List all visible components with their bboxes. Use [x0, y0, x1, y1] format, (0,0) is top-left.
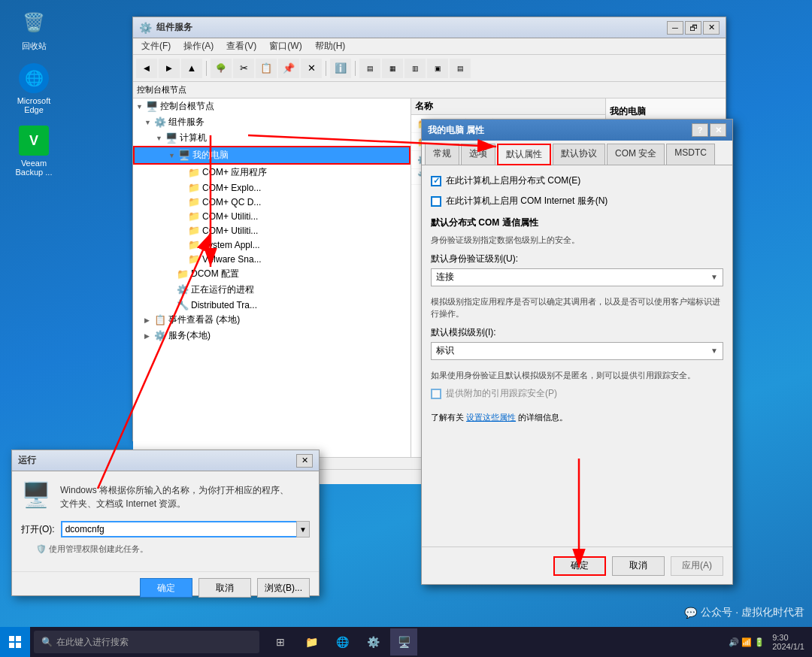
- list-header: 名称: [411, 98, 605, 115]
- dialog-titlebar: 我的电脑 属性 ? ✕: [422, 120, 732, 141]
- tree-event-viewer-label: 事件查看器 (本地): [168, 313, 240, 326]
- tree-com-apps[interactable]: 📁 COM+ 应用程序: [133, 165, 411, 180]
- restore-button[interactable]: 🗗: [685, 21, 701, 35]
- dialog-ok-button[interactable]: 确定: [553, 556, 606, 576]
- tree-computers-label: 计算机: [180, 132, 207, 144]
- watermark: 💬 公众号 · 虚拟化时代君: [684, 606, 804, 619]
- minimize-button[interactable]: ─: [667, 21, 683, 35]
- run-input[interactable]: [61, 521, 310, 537]
- toolbar-paste[interactable]: 📌: [278, 59, 299, 78]
- toolbar-cut[interactable]: ✂: [233, 59, 254, 78]
- task-view-button[interactable]: ⊞: [267, 628, 294, 655]
- toolbar-view3[interactable]: ▥: [404, 59, 426, 78]
- ref-security-checkbox[interactable]: [431, 389, 441, 399]
- up-button[interactable]: ▲: [181, 59, 202, 78]
- show-hide-tree[interactable]: 🌳: [211, 59, 232, 78]
- tree-comp-services[interactable]: ▼⚙️ 组件服务: [133, 114, 411, 130]
- toolbar-view4[interactable]: ▣: [427, 59, 448, 78]
- tree-system-appl[interactable]: 📁 System Appl...: [133, 238, 411, 252]
- desktop-icon-edge[interactable]: 🌐 Microsoft Edge: [8, 63, 60, 114]
- run-ok-button[interactable]: 确定: [140, 578, 192, 598]
- desktop-icons: 🗑️ 回收站 🌐 Microsoft Edge V Veeam Backup .…: [8, 8, 60, 177]
- dialog-cancel-button[interactable]: 取消: [612, 556, 665, 576]
- taskbar: 🔍 在此键入进行搜索 ⊞ 📁 🌐 ⚙️ 🖥️ 🔊 📶 🔋 9:302024/1/…: [0, 627, 812, 657]
- tree-root[interactable]: ▼🖥️ 控制台根节点: [133, 98, 411, 114]
- toolbar-view5[interactable]: ▤: [450, 59, 471, 78]
- tab-default-protocol[interactable]: 默认协议: [553, 144, 605, 165]
- run-browse-button[interactable]: 浏览(B)...: [257, 578, 310, 598]
- taskbar-search-box[interactable]: 🔍 在此键入进行搜索: [34, 631, 259, 653]
- settings-link[interactable]: 设置这些属性: [466, 413, 516, 422]
- tree-dcom[interactable]: 📁 DCOM 配置: [133, 266, 411, 282]
- active-window-taskbar[interactable]: 🖥️: [390, 628, 417, 655]
- menu-bar: 文件(F) 操作(A) 查看(V) 窗口(W) 帮助(H): [133, 38, 726, 55]
- tree-com-util2[interactable]: 📁 COM+ Utiliti...: [133, 223, 411, 238]
- menu-view[interactable]: 查看(V): [222, 38, 261, 54]
- menu-action[interactable]: 操作(A): [179, 38, 218, 54]
- window-close-button[interactable]: ✕: [703, 21, 720, 35]
- enable-dcom-label: 在此计算机上启用分布式 COM(E): [446, 174, 580, 187]
- back-button[interactable]: ◄: [136, 59, 157, 78]
- start-button[interactable]: [0, 627, 30, 657]
- settings-taskbar[interactable]: ⚙️: [359, 628, 386, 655]
- run-title-buttons: ✕: [296, 454, 313, 468]
- tree-services[interactable]: ▶⚙️ 服务(本地): [133, 328, 411, 344]
- forward-button[interactable]: ►: [159, 59, 180, 78]
- tree-com-qcd-label: COM+ QC D...: [202, 197, 261, 207]
- dialog-close-button[interactable]: ✕: [710, 123, 726, 137]
- file-explorer-taskbar[interactable]: 📁: [298, 628, 325, 655]
- tree-com-util1[interactable]: 📁 COM+ Utiliti...: [133, 209, 411, 223]
- more-info-suffix: 的详细信息。: [518, 413, 568, 422]
- edge-icon: 🌐: [19, 63, 49, 93]
- run-close-button[interactable]: ✕: [296, 454, 313, 468]
- dialog-footer: 确定 取消 应用(A): [422, 546, 732, 584]
- menu-file[interactable]: 文件(F): [137, 38, 175, 54]
- edge-taskbar[interactable]: 🌐: [329, 628, 356, 655]
- toolbar: ◄ ► ▲ 🌳 ✂ 📋 📌 ✕ ℹ️ ▤ ▦ ▥ ▣ ▤: [133, 55, 726, 82]
- auth-level-dropdown[interactable]: 连接 ▼: [431, 268, 723, 286]
- run-dropdown-arrow[interactable]: ▼: [296, 521, 310, 537]
- toolbar-copy[interactable]: 📋: [256, 59, 277, 78]
- menu-window[interactable]: 窗口(W): [265, 38, 306, 54]
- tree-my-computer-label: 我的电脑: [192, 149, 229, 162]
- toolbar-view2[interactable]: ▦: [382, 59, 403, 78]
- tab-options[interactable]: 选项: [461, 144, 495, 165]
- dialog-help-button[interactable]: ?: [692, 123, 708, 137]
- svg-rect-2: [16, 636, 21, 641]
- tree-running-procs[interactable]: ⚙️ 正在运行的进程: [133, 282, 411, 298]
- tab-default-props[interactable]: 默认属性: [497, 144, 551, 165]
- tab-general[interactable]: 常规: [425, 144, 459, 165]
- run-input-wrapper: ▼: [61, 521, 310, 537]
- run-titlebar: 运行 ✕: [12, 450, 319, 471]
- auth-level-label: 默认身份验证级别(U):: [431, 253, 723, 265]
- impersonation-dropdown-arrow: ▼: [710, 347, 718, 355]
- toolbar-delete[interactable]: ✕: [301, 59, 322, 78]
- address-label: 控制台根节点: [137, 84, 186, 95]
- tree-my-computer[interactable]: ▼🖥️ 我的电脑: [133, 146, 411, 165]
- desktop-icon-recycle[interactable]: 🗑️ 回收站: [8, 8, 60, 52]
- tree-services-label: 服务(本地): [168, 329, 211, 342]
- tree-event-viewer[interactable]: ▶📋 事件查看器 (本地): [133, 312, 411, 328]
- tab-msdtc[interactable]: MSDTC: [666, 144, 715, 165]
- tree-com-explo[interactable]: 📁 COM+ Explo...: [133, 180, 411, 195]
- dialog-apply-button[interactable]: 应用(A): [671, 556, 723, 576]
- toolbar-props[interactable]: ℹ️: [330, 59, 351, 78]
- enable-com-internet-checkbox[interactable]: [431, 196, 441, 207]
- tree-com-util1-label: COM+ Utiliti...: [202, 211, 258, 222]
- tree-comp-services-label: 组件服务: [168, 116, 205, 129]
- tab-com-security[interactable]: COM 安全: [607, 144, 665, 165]
- impersonation-dropdown[interactable]: 标识 ▼: [431, 342, 723, 360]
- tree-vmware[interactable]: 📁 VMware Sna...: [133, 252, 411, 266]
- desktop-icon-veeam[interactable]: V Veeam Backup ...: [8, 126, 60, 177]
- tree-com-qcd[interactable]: 📁 COM+ QC D...: [133, 195, 411, 209]
- taskbar-icons: ⊞ 📁 🌐 ⚙️ 🖥️: [267, 628, 417, 655]
- menu-help[interactable]: 帮助(H): [311, 38, 350, 54]
- more-info-text: 了解有关: [431, 413, 464, 422]
- clock: 9:302024/1/1: [772, 633, 804, 651]
- tree-computers[interactable]: ▼🖥️ 计算机: [133, 130, 411, 146]
- run-cancel-button[interactable]: 取消: [198, 578, 251, 598]
- tree-distributed[interactable]: 🔧 Distributed Tra...: [133, 298, 411, 312]
- enable-dcom-checkbox[interactable]: [431, 176, 441, 186]
- impersonation-value: 标识: [436, 344, 454, 357]
- toolbar-view1[interactable]: ▤: [359, 59, 380, 78]
